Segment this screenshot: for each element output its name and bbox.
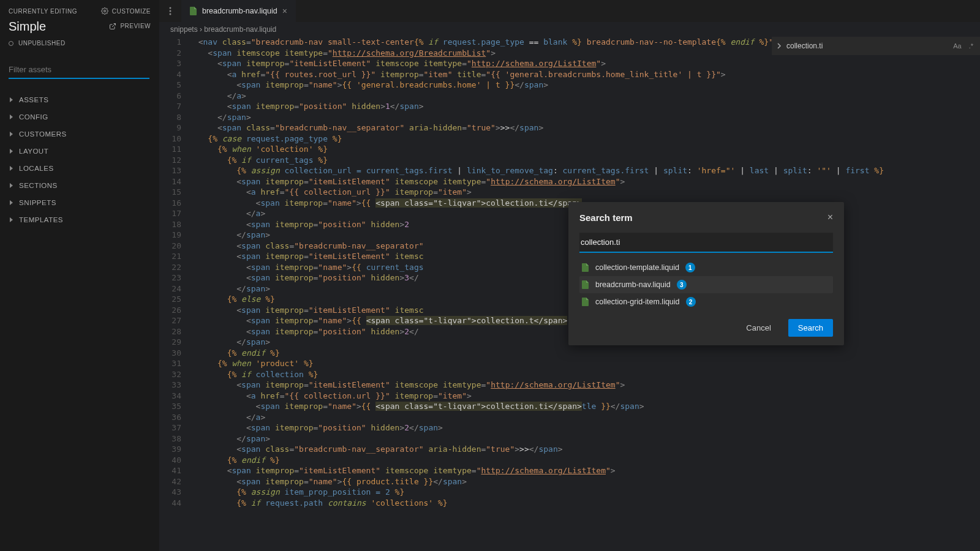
close-icon: × — [827, 212, 833, 222]
search-button[interactable]: Search — [788, 319, 833, 337]
breadcrumb: snippets › breadcrumb-nav.liquid — [159, 22, 980, 37]
result-count-badge: 3 — [677, 280, 687, 290]
search-term-modal: Search term × collection-template.liquid… — [568, 202, 844, 345]
chevron-right-icon — [10, 132, 13, 137]
chevron-right-icon — [10, 200, 13, 205]
find-bar: Aa .* — [772, 37, 980, 55]
result-count-badge: 2 — [686, 297, 696, 307]
tab-breadcrumb-nav[interactable]: breadcrumb-nav.liquid × — [181, 0, 296, 22]
chevron-right-icon — [10, 183, 13, 188]
chevron-right-icon — [10, 114, 13, 119]
find-expand-button[interactable] — [777, 43, 782, 49]
svg-point-2 — [170, 7, 172, 9]
search-result-item[interactable]: collection-grid-item.liquid2 — [579, 293, 833, 310]
more-vertical-icon — [169, 7, 172, 15]
tabbar: breadcrumb-nav.liquid × — [159, 0, 980, 22]
sidebar-group-snippets[interactable]: SNIPPETS — [9, 195, 151, 210]
modal-title: Search term — [579, 212, 633, 223]
svg-point-0 — [104, 10, 105, 12]
chevron-right-icon — [777, 43, 782, 49]
search-result-item[interactable]: collection-template.liquid1 — [579, 259, 833, 276]
liquid-file-icon — [582, 263, 589, 272]
more-menu-button[interactable] — [159, 7, 181, 15]
tab-filename: breadcrumb-nav.liquid — [202, 7, 277, 15]
sidebar-group-assets[interactable]: ASSETS — [9, 92, 151, 107]
find-input[interactable] — [786, 42, 946, 50]
sidebar-group-locales[interactable]: LOCALES — [9, 161, 151, 176]
result-count-badge: 1 — [685, 263, 695, 272]
sidebar-group-layout[interactable]: LAYOUT — [9, 144, 151, 159]
currently-editing-label: CURRENTLY EDITING — [9, 8, 77, 15]
theme-name: Simple — [9, 20, 46, 34]
publish-status: UNPUBLISHED — [9, 40, 151, 47]
asset-tree: ASSETSCONFIGCUSTOMERSLAYOUTLOCALESSECTIO… — [9, 92, 151, 227]
search-term-input[interactable] — [579, 233, 833, 253]
preview-button[interactable]: PREVIEW — [109, 23, 151, 30]
customize-button[interactable]: CUSTOMIZE — [101, 7, 151, 15]
liquid-file-icon — [582, 280, 589, 289]
liquid-file-icon — [582, 298, 589, 306]
find-match-case-button[interactable]: Aa — [951, 42, 963, 50]
cancel-button[interactable]: Cancel — [736, 319, 780, 337]
chevron-right-icon — [10, 217, 13, 222]
sidebar-group-customers[interactable]: CUSTOMERS — [9, 127, 151, 141]
svg-point-4 — [170, 13, 172, 15]
line-number-gutter: 1234567891011121314151617181920212223242… — [159, 37, 189, 551]
chevron-right-icon — [10, 166, 13, 171]
gear-icon — [101, 7, 108, 15]
status-dot-icon — [9, 41, 13, 46]
sidebar-group-templates[interactable]: TEMPLATES — [9, 212, 151, 227]
external-link-icon — [109, 23, 116, 30]
search-result-item[interactable]: breadcrumb-nav.liquid3 — [579, 276, 833, 293]
sidebar: CURRENTLY EDITING CUSTOMIZE Simple PREVI… — [0, 0, 159, 551]
sidebar-group-sections[interactable]: SECTIONS — [9, 178, 151, 193]
main-editor-area: breadcrumb-nav.liquid × snippets › bread… — [159, 0, 980, 551]
chevron-right-icon — [10, 97, 13, 102]
liquid-file-icon — [190, 7, 197, 15]
close-tab-button[interactable]: × — [282, 6, 287, 16]
sidebar-group-config[interactable]: CONFIG — [9, 110, 151, 124]
chevron-right-icon — [10, 149, 13, 154]
filter-assets-input[interactable] — [9, 61, 149, 79]
svg-point-3 — [170, 10, 172, 12]
find-regex-button[interactable]: .* — [967, 42, 975, 50]
search-results-list: collection-template.liquid1breadcrumb-na… — [579, 259, 833, 310]
modal-close-button[interactable]: × — [827, 212, 833, 223]
svg-line-1 — [112, 23, 116, 27]
